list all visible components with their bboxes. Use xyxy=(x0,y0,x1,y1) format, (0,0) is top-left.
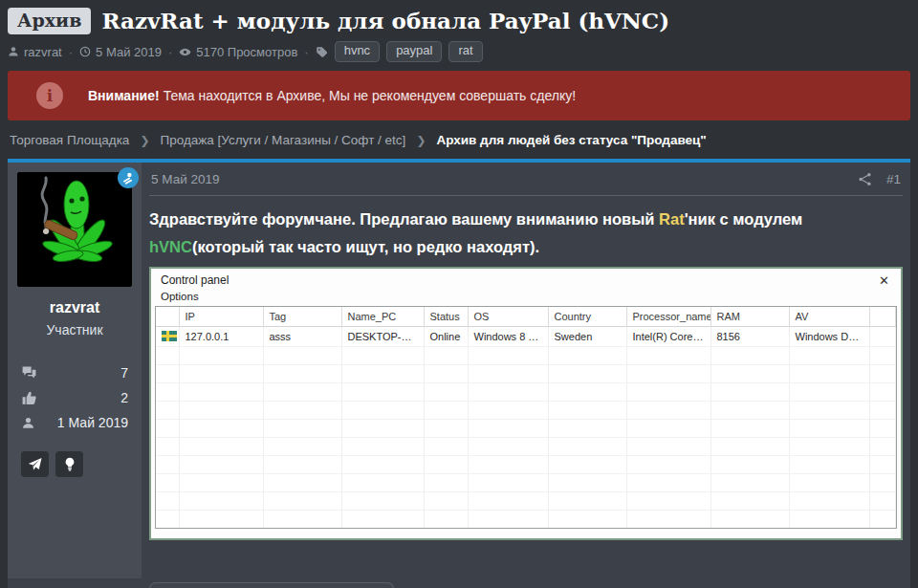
stat-messages: 7 xyxy=(21,360,128,385)
tag-hvnc[interactable]: hvnc xyxy=(335,41,380,62)
window-menu-options: Options xyxy=(151,288,901,306)
lightbulb-button[interactable] xyxy=(55,451,83,477)
thread-date: 5 Май 2019 xyxy=(79,45,162,59)
clients-table: IP Tag Name_PC Status OS Country Process… xyxy=(156,307,896,529)
thread-author[interactable]: razvrat xyxy=(8,45,62,59)
eye-icon xyxy=(179,46,191,58)
post-text-part1: Здравствуйте форумчане. Предлагаю вашему… xyxy=(149,210,659,228)
col-name-pc: Name_PC xyxy=(341,307,424,326)
empty-client-row xyxy=(156,473,896,491)
thread-title: RazvRat + модуль для обнала PayPal (hVNC… xyxy=(101,8,669,34)
cell-os: Windows 8 x64 xyxy=(468,326,548,346)
post-text-part3: (который так часто ищут, но редко находя… xyxy=(192,238,539,255)
tag-paypal[interactable]: paypal xyxy=(386,41,442,62)
stat-likes-value[interactable]: 2 xyxy=(120,390,128,405)
author-stats: 7 2 1 Май 2019 xyxy=(21,360,128,435)
stat-joined: 1 Май 2019 xyxy=(21,410,128,435)
col-processor: Processor_name xyxy=(626,307,710,326)
author-avatar[interactable] xyxy=(17,172,132,287)
meta-separator: · xyxy=(168,45,172,59)
user-icon xyxy=(8,46,19,57)
post-message: 5 Май 2019 #1 Здравствуйте форумчане. Пр… xyxy=(142,163,910,588)
window-close-icon: ✕ xyxy=(879,274,889,287)
empty-client-row xyxy=(156,401,896,419)
stat-messages-value[interactable]: 7 xyxy=(120,365,128,381)
col-tag: Tag xyxy=(263,307,341,326)
share-button[interactable] xyxy=(858,172,872,186)
paper-plane-icon xyxy=(28,457,42,471)
author-username[interactable]: razvrat xyxy=(8,299,142,316)
post-number-link[interactable]: #1 xyxy=(886,172,901,186)
thread-date-text: 5 Май 2019 xyxy=(96,45,162,59)
archive-warning-banner: i Внимание!Тема находится в Архиве, Мы н… xyxy=(8,71,910,120)
messages-icon xyxy=(21,365,37,381)
cannabis-avatar-image xyxy=(17,172,132,287)
info-icon: i xyxy=(36,82,63,109)
lightbulb-icon xyxy=(63,457,76,471)
thread-author-name: razvrat xyxy=(24,45,62,59)
stat-likes: 2 xyxy=(21,385,128,410)
chevron-right-icon: ❯ xyxy=(416,134,426,147)
empty-client-row xyxy=(156,419,896,437)
thread-views: 5170 Просмотров xyxy=(179,45,297,59)
share-icon xyxy=(858,172,872,186)
col-ram: RAM xyxy=(710,307,789,326)
empty-client-row xyxy=(156,455,896,473)
empty-client-row xyxy=(156,364,896,382)
empty-client-row xyxy=(156,346,896,364)
meta-separator: · xyxy=(304,45,308,59)
cell-name-pc: DESKTOP-5GTHHK6 xyxy=(341,326,424,346)
table-header-row: IP Tag Name_PC Status OS Country Process… xyxy=(156,307,896,326)
thumbs-up-icon xyxy=(21,390,37,406)
col-status: Status xyxy=(424,307,468,326)
client-table-body: 127.0.0.1 asss DESKTOP-5GTHHK6 Online Wi… xyxy=(156,326,896,528)
forum-thread-page: Архив RazvRat + модуль для обнала PayPal… xyxy=(0,0,918,588)
cell-status: Online xyxy=(424,326,468,346)
tag-rat[interactable]: rat xyxy=(448,41,482,62)
client-row: 127.0.0.1 asss DESKTOP-5GTHHK6 Online Wi… xyxy=(156,326,896,346)
chevron-right-icon: ❯ xyxy=(140,134,149,147)
breadcrumb-archive[interactable]: Архив для людей без статуса "Продавец" xyxy=(436,133,706,147)
empty-client-row xyxy=(156,382,896,401)
thread-header: Архив RazvRat + модуль для обнала PayPal… xyxy=(8,6,910,34)
tag-icon xyxy=(316,46,328,58)
post-body-text: Здравствуйте форумчане. Предлагаю вашему… xyxy=(149,206,903,261)
telegram-button[interactable] xyxy=(21,451,49,477)
breadcrumb: Торговая Площадка ❯ Продажа [Услуги / Ма… xyxy=(8,120,910,159)
post-text-hvnc: hVNC xyxy=(149,238,192,255)
cell-ram: 8156 xyxy=(710,326,789,346)
author-contact-buttons xyxy=(21,451,142,477)
window-title: Control panel xyxy=(161,273,229,287)
cell-flag xyxy=(156,326,179,346)
clients-grid: IP Tag Name_PC Status OS Country Process… xyxy=(155,306,897,529)
cell-filler xyxy=(869,326,896,346)
warning-text: Внимание!Тема находится в Архиве, Мы не … xyxy=(88,88,576,103)
cell-ip: 127.0.0.1 xyxy=(179,326,263,346)
warning-title: Внимание! xyxy=(88,88,160,103)
post-date: 5 Май 2019 xyxy=(151,172,220,186)
thread-meta: razvrat · 5 Май 2019 · 5170 Просмотров ·… xyxy=(8,41,910,62)
breadcrumb-sales[interactable]: Продажа [Услуги / Магазины / Софт / etc] xyxy=(160,133,405,147)
cell-processor: Intel(R) Core(TM)... xyxy=(626,326,710,346)
post-header: 5 Май 2019 #1 xyxy=(149,163,903,196)
post-text-rat: Rat xyxy=(659,210,685,228)
col-os: OS xyxy=(468,307,548,326)
author-role: Участник xyxy=(8,322,142,338)
stat-joined-value: 1 Май 2019 xyxy=(57,415,128,430)
attached-screenshot-control-panel[interactable]: Control panel ✕ Options xyxy=(149,267,903,540)
author-sidebar: razvrat Участник 7 2 1 Май 2019 xyxy=(8,163,142,578)
cell-country: Sweden xyxy=(548,326,626,346)
col-country: Country xyxy=(548,307,626,326)
meta-separator: · xyxy=(69,45,73,59)
breadcrumb-market[interactable]: Торговая Площадка xyxy=(10,133,129,147)
col-ip: IP xyxy=(179,307,263,326)
user-status-badge xyxy=(118,167,139,188)
spoiler-block-partial[interactable] xyxy=(149,582,394,588)
thread-views-text: 5170 Просмотров xyxy=(196,45,297,59)
col-filler xyxy=(869,307,896,326)
col-av: AV xyxy=(789,307,869,326)
empty-client-row xyxy=(156,437,896,455)
empty-client-row xyxy=(156,510,896,528)
first-post: razvrat Участник 7 2 1 Май 2019 xyxy=(8,159,910,588)
window-titlebar: Control panel ✕ xyxy=(151,269,901,288)
